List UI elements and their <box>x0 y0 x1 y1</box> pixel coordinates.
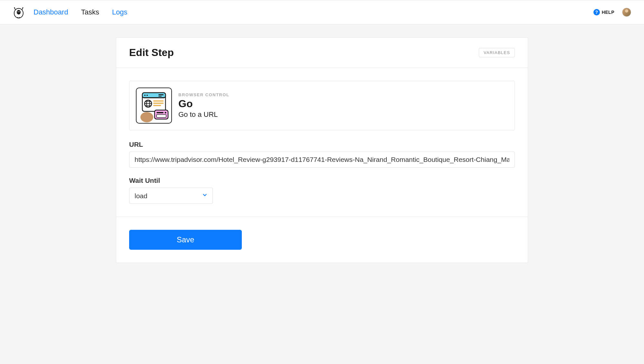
step-description: Go to a URL <box>178 110 229 119</box>
url-label: URL <box>129 141 515 148</box>
svg-point-1 <box>17 10 21 14</box>
step-summary: BROWSER CONTROL Go Go to a URL <box>129 81 515 130</box>
avatar[interactable] <box>622 8 631 17</box>
nav-tasks[interactable]: Tasks <box>81 8 99 16</box>
topbar-left: Dashboard Tasks Logs <box>13 6 128 18</box>
topbar-right: ? HELP <box>593 8 631 17</box>
card-body: BROWSER CONTROL Go Go to a URL URL Wait … <box>116 68 528 217</box>
app-logo[interactable] <box>13 6 24 18</box>
edit-step-card: Edit Step VARIABLES <box>116 37 528 263</box>
save-button[interactable]: Save <box>129 230 242 250</box>
svg-point-4 <box>14 7 15 8</box>
topbar: Dashboard Tasks Logs ? HELP <box>0 0 644 24</box>
help-link[interactable]: ? HELP <box>593 9 614 15</box>
url-input[interactable] <box>129 152 515 168</box>
step-info: BROWSER CONTROL Go Go to a URL <box>178 92 229 119</box>
main-content: Edit Step VARIABLES <box>0 24 644 276</box>
help-label: HELP <box>602 10 614 15</box>
svg-rect-20 <box>153 105 161 106</box>
field-wait-until: Wait Until load <box>129 177 515 204</box>
svg-point-23 <box>165 112 166 114</box>
wait-until-select-wrap: load <box>129 188 213 204</box>
step-name: Go <box>178 98 229 110</box>
svg-rect-8 <box>142 97 166 98</box>
nav-logs[interactable]: Logs <box>112 8 128 16</box>
field-url: URL <box>129 141 515 168</box>
wait-until-select[interactable]: load <box>129 188 213 204</box>
help-icon: ? <box>593 9 600 15</box>
svg-point-2 <box>18 11 18 12</box>
svg-point-25 <box>140 112 153 122</box>
svg-rect-22 <box>156 112 164 113</box>
svg-point-5 <box>23 7 24 8</box>
svg-point-3 <box>19 11 20 12</box>
svg-point-10 <box>147 95 148 96</box>
card-header: Edit Step VARIABLES <box>116 38 528 68</box>
wait-until-label: Wait Until <box>129 177 515 184</box>
svg-rect-12 <box>158 96 162 97</box>
variables-button[interactable]: VARIABLES <box>479 48 515 57</box>
nav-dashboard[interactable]: Dashboard <box>33 8 68 16</box>
svg-rect-19 <box>153 103 164 104</box>
svg-rect-18 <box>153 100 164 102</box>
svg-point-9 <box>144 95 146 96</box>
step-category: BROWSER CONTROL <box>178 92 229 97</box>
step-icon-go <box>136 88 172 124</box>
nav-links: Dashboard Tasks Logs <box>33 8 128 16</box>
card-footer: Save <box>116 217 528 263</box>
svg-rect-24 <box>156 115 166 117</box>
svg-rect-11 <box>158 94 164 95</box>
page-title: Edit Step <box>129 47 174 59</box>
